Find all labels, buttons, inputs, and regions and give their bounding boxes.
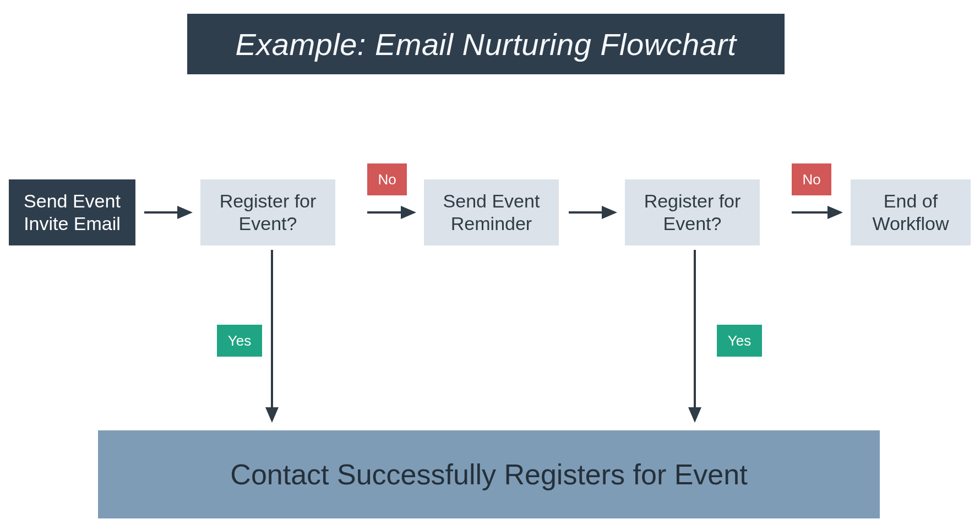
node-end-label: End of Workflow <box>857 190 964 235</box>
tag-yes-2-label: Yes <box>728 332 751 349</box>
tag-no-2: No <box>792 163 831 195</box>
flowchart-stage: Example: Email Nurturing Flowchart Send … <box>0 0 980 530</box>
node-send-invite-label: Send Event Invite Email <box>15 190 129 235</box>
result-box: Contact Successfully Registers for Event <box>98 430 880 518</box>
node-register-2-label: Register for Event? <box>631 190 753 235</box>
tag-no-1-label: No <box>378 171 396 188</box>
result-text: Contact Successfully Registers for Event <box>230 458 747 491</box>
node-send-invite: Send Event Invite Email <box>9 179 135 245</box>
tag-no-2-label: No <box>802 171 820 188</box>
node-end: End of Workflow <box>851 179 971 245</box>
tag-no-1: No <box>367 163 407 195</box>
node-register-1: Register for Event? <box>200 179 335 245</box>
title-text: Example: Email Nurturing Flowchart <box>235 26 736 62</box>
node-register-1-label: Register for Event? <box>207 190 329 235</box>
tag-yes-1-label: Yes <box>228 332 251 349</box>
node-reminder: Send Event Reminder <box>424 179 559 245</box>
node-reminder-label: Send Event Reminder <box>431 190 552 235</box>
tag-yes-1: Yes <box>217 325 262 357</box>
tag-yes-2: Yes <box>717 325 762 357</box>
title-box: Example: Email Nurturing Flowchart <box>187 14 785 74</box>
node-register-2: Register for Event? <box>625 179 760 245</box>
